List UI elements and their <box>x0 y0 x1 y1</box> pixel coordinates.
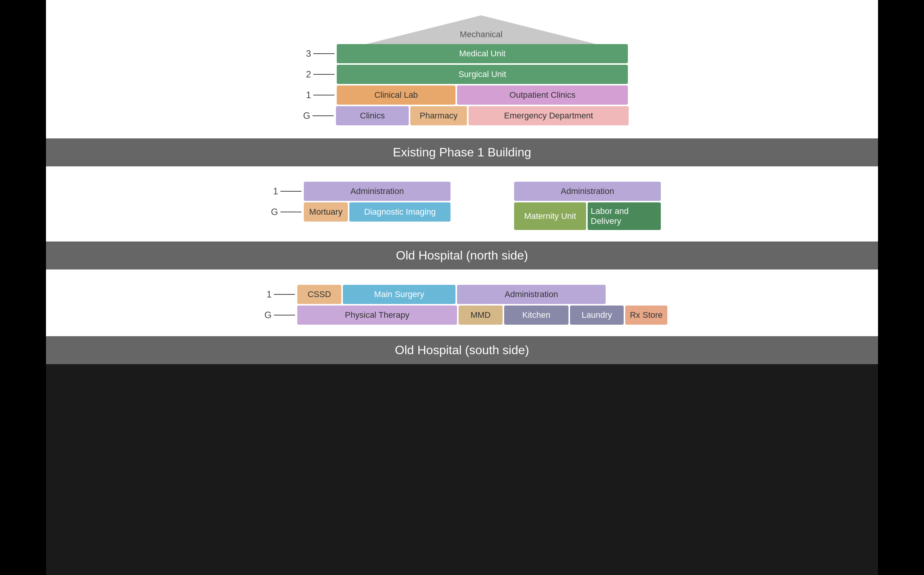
pharmacy-cell: Pharmacy <box>410 106 467 125</box>
outpatient-clinics-cell: Outpatient Clinics <box>457 85 628 105</box>
north-diagram: 1 Administration G <box>46 166 878 242</box>
north2-floorg: Maternity Unit Labor and Delivery <box>473 202 661 230</box>
phase1-section: Mechanical 3 Medical Unit 2 <box>46 0 878 166</box>
south-floorg: G Physical Therapy MMD Kitchen Laundry R… <box>257 306 667 325</box>
physical-therapy-cell: Physical Therapy <box>297 306 457 325</box>
emergency-dept-cell: Emergency Department <box>469 106 629 125</box>
mmd-cell: MMD <box>459 306 503 325</box>
floor-g-row: G Clinics Pharmacy Emergency Department <box>295 106 629 125</box>
roof-label: Mechanical <box>460 30 502 39</box>
north1-floorg: G Mortuary Diagnostic Imaging <box>263 202 451 222</box>
clinics-cell: Clinics <box>336 106 409 125</box>
south-admin-cell: Administration <box>457 285 606 304</box>
medical-unit-cell: Medical Unit <box>337 44 628 63</box>
cssd-cell: CSSD <box>297 285 341 304</box>
left-border <box>0 0 46 575</box>
kitchen-cell: Kitchen <box>504 306 568 325</box>
diagnostic-imaging-cell: Diagnostic Imaging <box>349 202 451 222</box>
north-section: 1 Administration G <box>46 166 878 269</box>
south-label-bar: Old Hospital (south side) <box>46 336 878 364</box>
maternity-unit-cell: Maternity Unit <box>514 202 586 230</box>
floor-3-label: 3 <box>306 48 311 59</box>
roof: Mechanical <box>336 15 627 44</box>
south-title: Old Hospital (south side) <box>395 343 529 357</box>
phase1-diagram: Mechanical 3 Medical Unit 2 <box>46 0 878 138</box>
south-section: 1 CSSD Main Surgery Administration G <box>46 269 878 364</box>
main-content: Mechanical 3 Medical Unit 2 <box>46 0 878 364</box>
south-diagram: 1 CSSD Main Surgery Administration G <box>46 269 878 336</box>
main-surgery-cell: Main Surgery <box>343 285 455 304</box>
rx-store-cell: Rx Store <box>625 306 667 325</box>
south-building: 1 CSSD Main Surgery Administration G <box>257 285 667 325</box>
mortuary-cell: Mortuary <box>304 202 348 222</box>
north2-admin-cell: Administration <box>514 182 661 201</box>
north2-floor1: Administration <box>473 182 661 201</box>
floor-1-label: 1 <box>306 90 311 100</box>
north1-admin-cell: Administration <box>304 182 451 201</box>
surgical-unit-cell: Surgical Unit <box>337 65 628 84</box>
labor-delivery-cell: Labor and Delivery <box>588 202 661 230</box>
clinical-lab-cell: Clinical Lab <box>337 85 455 105</box>
floor-2-label: 2 <box>306 69 311 80</box>
floor-3-row: 3 Medical Unit <box>296 44 628 63</box>
phase1-label-bar: Existing Phase 1 Building <box>46 138 878 166</box>
north-building-1: 1 Administration G <box>263 182 451 222</box>
north1-floor1: 1 Administration <box>263 182 451 201</box>
phase1-title: Existing Phase 1 Building <box>393 145 531 159</box>
north-title: Old Hospital (north side) <box>396 248 528 262</box>
floor-g-label: G <box>303 110 310 121</box>
right-border <box>878 0 924 575</box>
north-label-bar: Old Hospital (north side) <box>46 242 878 269</box>
north-building-2: Administration Maternity Unit Labor and … <box>473 182 661 230</box>
laundry-cell: Laundry <box>570 306 624 325</box>
south-floor1: 1 CSSD Main Surgery Administration <box>257 285 667 304</box>
floor-1-row: 1 Clinical Lab Outpatient Clinics <box>296 85 628 105</box>
floor-2-row: 2 Surgical Unit <box>296 65 628 84</box>
